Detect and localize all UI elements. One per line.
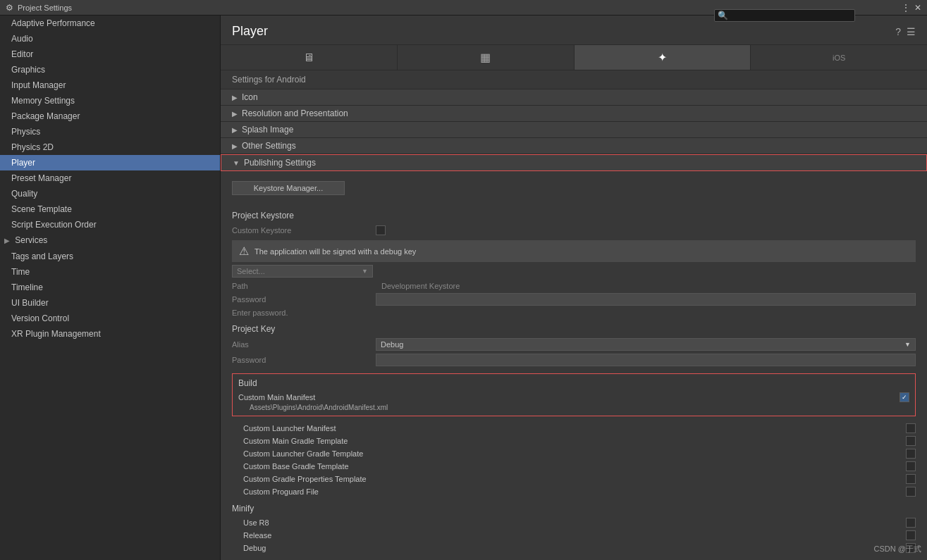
custom-launcher-manifest-row: Custom Launcher Manifest [232,422,916,435]
sidebar-item-xr-plugin-management[interactable]: XR Plugin Management [0,326,220,342]
release-row: Release [232,529,916,542]
sidebar-item-scene-template[interactable]: Scene Template [0,201,220,217]
sidebar-item-ui-builder[interactable]: UI Builder [0,295,220,311]
sidebar-item-adaptive-performance[interactable]: Adaptive Performance [0,15,220,31]
section-arrow-icon: ▶ [232,126,238,134]
use-r8-checkbox[interactable] [906,518,916,528]
sidebar-item-label: Tags and Layers [11,251,73,261]
sidebar-item-tags-and-layers[interactable]: Tags and Layers [0,249,220,264]
custom-main-manifest-checkbox[interactable] [900,392,909,402]
enter-password-hint: Enter password. [232,307,916,318]
keystore-manager-button[interactable]: Keystore Manager... [232,181,345,195]
custom-proguard-checkbox[interactable] [906,487,916,497]
keystore-manager-row: Keystore Manager... [232,171,916,205]
more-options-icon[interactable]: ⋮ [902,3,910,13]
project-keystore-title: Project Keystore [232,211,916,220]
android-icon: ✦ [658,51,667,64]
sidebar-item-label: Input Manager [11,80,66,90]
sidebar-item-timeline[interactable]: Timeline [0,280,220,295]
sidebar-item-label: Adaptive Performance [11,18,95,28]
sidebar-item-quality[interactable]: Quality [0,186,220,201]
sidebar-item-script-execution-order[interactable]: Script Execution Order [0,217,220,232]
dropdown-arrow-icon: ▼ [362,268,368,275]
search-icon: 🔍 [718,11,728,20]
custom-launcher-gradle-row: Custom Launcher Gradle Template [232,447,916,460]
build-title: Build [238,378,909,388]
page-title: Player [232,24,268,39]
tab-webgl[interactable]: ▦ [398,45,575,70]
alias-label: Alias [232,340,373,349]
tab-android[interactable]: ✦ [575,45,751,70]
custom-main-gradle-checkbox[interactable] [906,436,916,446]
main-layout: Adaptive Performance Audio Editor Graphi… [0,15,927,560]
sidebar-item-label: Editor [11,49,33,59]
sidebar-item-label: Script Execution Order [11,220,97,230]
sidebar-item-label: Services [15,235,47,245]
custom-launcher-manifest-checkbox[interactable] [906,423,916,433]
custom-keystore-checkbox[interactable] [376,225,386,235]
section-arrow-icon: ▶ [232,110,238,118]
sidebar-item-label: Audio [11,34,33,44]
sidebar-item-memory-settings[interactable]: Memory Settings [0,93,220,108]
tab-pc[interactable]: 🖥 [221,45,398,70]
sidebar-item-preset-manager[interactable]: Preset Manager [0,170,220,186]
minify-label: Minify [232,504,254,514]
sidebar-item-services[interactable]: ▶ Services [0,232,220,249]
custom-gradle-props-checkbox[interactable] [906,474,916,484]
settings-icon[interactable]: ☰ [907,26,916,37]
sidebar-item-editor[interactable]: Editor [0,46,220,62]
section-other-settings[interactable]: ▶ Other Settings [221,138,927,154]
warning-text: The application will be signed with a de… [254,247,416,256]
section-icon[interactable]: ▶ Icon [221,89,927,106]
sidebar-item-input-manager[interactable]: Input Manager [0,77,220,93]
webgl-icon: ▦ [480,51,491,64]
settings-icon: ⚙ [6,3,13,13]
sidebar-item-label: Timeline [11,282,43,292]
platform-tabs: 🖥 ▦ ✦ iOS [221,45,927,70]
path-label: Path [232,282,373,290]
sidebar-item-graphics[interactable]: Graphics [0,62,220,77]
section-splash-image[interactable]: ▶ Splash Image [221,122,927,138]
section-publishing-settings[interactable]: ▼ Publishing Settings [221,154,927,171]
path-value-col: Development Keystore [376,282,916,290]
title-bar-right: 🔍 ⋮ ✕ [897,3,921,13]
sidebar-item-label: Physics 2D [11,142,54,152]
custom-keystore-row: Custom Keystore [232,223,916,237]
custom-proguard-row: Custom Proguard File [232,485,916,498]
sidebar-item-label: XR Plugin Management [11,329,101,339]
project-key-title: Project Key [232,324,916,334]
custom-launcher-manifest-label: Custom Launcher Manifest [232,424,903,433]
sidebar-item-player[interactable]: Player [0,155,220,170]
search-input[interactable] [731,11,852,20]
sidebar-item-version-control[interactable]: Version Control [0,311,220,326]
sidebar-item-physics-2d[interactable]: Physics 2D [0,139,220,155]
alias-arrow-icon: ▼ [904,341,911,348]
publishing-settings-body: Keystore Manager... Project Keystore Cus… [221,171,927,554]
alias-value: Debug [381,340,403,349]
close-icon[interactable]: ✕ [914,3,921,13]
key-password-label: Password [232,356,373,364]
sidebar-item-package-manager[interactable]: Package Manager [0,108,220,124]
custom-main-manifest-label: Custom Main Manifest [238,393,897,402]
sidebar-item-audio[interactable]: Audio [0,31,220,46]
custom-base-gradle-label: Custom Base Gradle Template [232,462,903,471]
warning-box: ⚠ The application will be signed with a … [232,240,916,262]
password-input[interactable] [376,293,916,306]
sidebar-item-time[interactable]: Time [0,264,220,280]
alias-dropdown[interactable]: Debug ▼ [376,338,916,351]
search-bar[interactable]: 🔍 [714,9,855,22]
keystore-dropdown[interactable]: Select... ▼ [232,265,373,278]
sidebar-item-label: Time [11,267,30,277]
help-icon[interactable]: ? [895,26,901,37]
section-resolution[interactable]: ▶ Resolution and Presentation [221,106,927,122]
custom-base-gradle-checkbox[interactable] [906,461,916,471]
release-checkbox[interactable] [906,530,916,540]
tab-ios[interactable]: iOS [751,45,927,70]
settings-for-label: Settings for Android [221,70,927,89]
sidebar-item-physics[interactable]: Physics [0,124,220,139]
content-area: Player ? ☰ 🖥 ▦ ✦ iOS Settings for Androi… [221,15,927,560]
section-resolution-title: Resolution and Presentation [242,108,348,118]
custom-launcher-gradle-checkbox[interactable] [906,449,916,459]
sidebar: Adaptive Performance Audio Editor Graphi… [0,15,221,560]
key-password-input[interactable] [376,354,916,366]
